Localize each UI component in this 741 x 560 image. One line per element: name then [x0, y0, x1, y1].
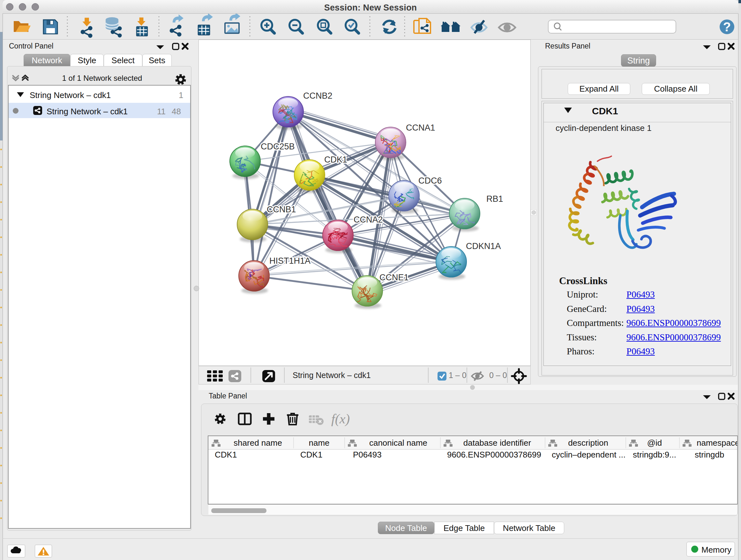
svg-text:database identifier: database identifier: [463, 438, 531, 448]
svg-text:String Network – cdk1: String Network – cdk1: [293, 371, 371, 380]
svg-text:9606.ENSP00000378699: 9606.ENSP00000378699: [447, 450, 541, 459]
svg-text:1 – 0: 1 – 0: [449, 371, 467, 380]
svg-text:namespace: namespace: [697, 438, 737, 448]
svg-text:HIST1H1A: HIST1H1A: [269, 256, 311, 266]
svg-text:cyclin–dependent ...: cyclin–dependent ...: [552, 450, 625, 459]
svg-text:description: description: [568, 438, 608, 448]
svg-text:CCNE1: CCNE1: [380, 273, 409, 282]
svg-text:stringdb: stringdb: [695, 450, 724, 459]
svg-text:CDC6: CDC6: [418, 176, 442, 186]
svg-text:canonical name: canonical name: [369, 438, 427, 448]
svg-text:0 – 0: 0 – 0: [489, 371, 507, 380]
svg-text:CCNB1: CCNB1: [267, 205, 296, 214]
svg-text:CDKN1A: CDKN1A: [466, 241, 501, 251]
svg-text:shared name: shared name: [233, 438, 282, 448]
svg-text:stringdb:9...: stringdb:9...: [633, 450, 676, 459]
svg-text:@id: @id: [647, 438, 662, 448]
svg-text:name: name: [309, 438, 329, 448]
svg-text:f(x): f(x): [331, 412, 350, 427]
svg-text:CDC25B: CDC25B: [261, 142, 295, 151]
svg-text:?: ?: [723, 20, 731, 34]
svg-text:RB1: RB1: [486, 194, 503, 204]
svg-text:CCNB2: CCNB2: [303, 91, 333, 101]
svg-text:CCNA2: CCNA2: [354, 215, 383, 225]
svg-text:CDK1: CDK1: [215, 450, 237, 459]
svg-text:CCNA1: CCNA1: [406, 123, 435, 132]
svg-text:CDK1: CDK1: [300, 450, 322, 459]
svg-text:CDK1: CDK1: [324, 155, 347, 165]
svg-text:P06493: P06493: [353, 450, 382, 459]
